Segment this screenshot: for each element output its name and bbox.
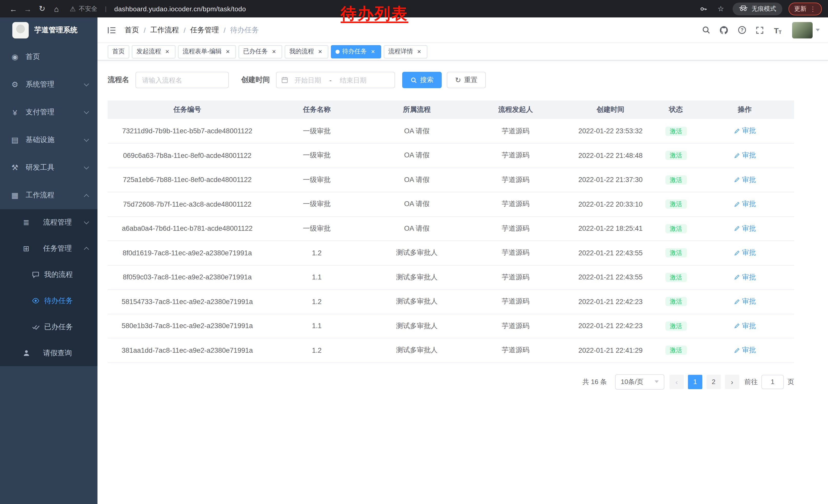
close-icon[interactable]: × [317, 48, 324, 55]
approve-link[interactable]: 审批 [733, 175, 756, 184]
sidebar-item-task-mgmt[interactable]: ⊞ 任务管理 [0, 235, 97, 262]
close-icon[interactable]: × [369, 48, 377, 55]
prev-page-button[interactable]: ‹ [669, 374, 684, 389]
sidebar-item-my-process[interactable]: 我的流程 [0, 262, 97, 288]
sidebar-item-done-task[interactable]: 已办任务 [0, 314, 97, 340]
sidebar-item-leave-query[interactable]: 请假查询 [0, 340, 97, 366]
approve-link[interactable]: 审批 [733, 346, 756, 355]
sidebar-item-label: 基础设施 [26, 135, 54, 145]
content-area: 流程名 创建时间 - 搜索 [97, 60, 828, 504]
breadcrumb-item[interactable]: 首页 [125, 26, 139, 35]
goto-page-input[interactable] [761, 374, 784, 389]
sidebar-item-label: 工作流程 [26, 191, 54, 200]
column-header-action: 操作 [695, 100, 794, 119]
back-icon[interactable]: ← [6, 4, 20, 13]
cell-action: 审批 [695, 241, 794, 265]
reset-button[interactable]: ↻ 重置 [447, 72, 486, 88]
tag-item[interactable]: 已办任务× [239, 45, 282, 58]
chevron-down-icon [655, 380, 659, 383]
sidebar-item-home[interactable]: ◉ 首页 [0, 43, 97, 71]
close-icon[interactable]: × [416, 48, 423, 55]
tag-item[interactable]: 首页 [108, 45, 129, 58]
cell-action: 审批 [695, 192, 794, 216]
bookmark-star-icon[interactable]: ☆ [715, 5, 727, 13]
sidebar-item-devtools[interactable]: ⚒ 研发工具 [0, 154, 97, 182]
approve-link[interactable]: 审批 [733, 248, 756, 258]
kebab-menu-icon[interactable]: ⋮ [810, 5, 816, 12]
breadcrumb-separator: / [224, 26, 226, 34]
help-icon[interactable]: ? [735, 23, 748, 37]
close-icon[interactable]: × [271, 48, 278, 55]
tag-item[interactable]: 待办任务× [331, 45, 381, 58]
breadcrumb-item[interactable]: 工作流程 [150, 26, 179, 35]
approve-link[interactable]: 审批 [733, 273, 756, 282]
table-row: 381aa1dd-7ac8-11ec-a9e2-a2380e71991a1.2测… [108, 338, 794, 363]
tag-item[interactable]: 我的流程× [285, 45, 328, 58]
next-page-button[interactable]: › [725, 374, 739, 389]
end-date-input[interactable] [335, 76, 372, 84]
column-header-status: 状态 [657, 100, 695, 119]
cell-create-time: 2022-01-21 22:42:23 [564, 314, 657, 338]
sidebar-item-label: 已办任务 [44, 322, 73, 331]
fullscreen-icon[interactable] [753, 23, 767, 37]
approve-link[interactable]: 审批 [733, 224, 756, 233]
forward-icon[interactable]: → [20, 4, 35, 13]
status-badge: 激活 [665, 321, 687, 331]
update-button[interactable]: 更新 ⋮ [788, 2, 822, 15]
reset-button-label: 重置 [464, 75, 478, 85]
list-icon: ≣ [22, 218, 31, 227]
column-header-process: 所属流程 [367, 100, 467, 119]
cell-process: OA 请假 [367, 168, 467, 192]
sidebar-item-workflow[interactable]: ▦ 工作流程 [0, 182, 97, 209]
top-navbar: 首页 / 工作流程 / 任务管理 / 待办任务 ? [97, 17, 828, 43]
date-range-picker[interactable]: - [276, 72, 395, 88]
home-icon[interactable]: ⌂ [49, 4, 64, 13]
cell-process: 测试多审批人 [367, 241, 467, 265]
breadcrumb-item[interactable]: 任务管理 [190, 26, 219, 35]
approve-link[interactable]: 审批 [733, 297, 756, 306]
person-icon [22, 349, 31, 357]
sidebar: 芋道管理系统 ◉ 首页 ⚙ 系统管理 ¥ 支付管理 ▤ [0, 17, 97, 504]
cell-action: 审批 [695, 314, 794, 338]
close-icon[interactable]: × [224, 48, 232, 55]
approve-link[interactable]: 审批 [733, 126, 756, 136]
sidebar-collapse-icon[interactable] [105, 23, 119, 37]
search-icon[interactable] [699, 23, 713, 37]
sidebar-item-system[interactable]: ⚙ 系统管理 [0, 71, 97, 98]
app-logo[interactable]: 芋道管理系统 [0, 17, 97, 43]
approve-link[interactable]: 审批 [733, 151, 756, 160]
cell-status: 激活 [657, 143, 695, 168]
tag-label: 发起流程 [136, 47, 161, 56]
approve-link[interactable]: 审批 [733, 321, 756, 330]
page-size-select[interactable]: 10条/页 [615, 374, 664, 390]
github-icon[interactable] [717, 23, 731, 37]
browser-toolbar: ← → ↻ ⌂ ⚠ 不安全 | dashboard.yudao.iocoder.… [0, 0, 828, 17]
address-bar[interactable]: ⚠ 不安全 | dashboard.yudao.iocoder.cn/bpm/t… [70, 4, 246, 13]
search-button[interactable]: 搜索 [402, 72, 442, 88]
start-date-input[interactable] [289, 76, 326, 84]
cell-task-id: 725a1eb6-7b88-11ec-8ef0-acde48001122 [108, 168, 267, 192]
table-header: 任务编号 任务名称 所属流程 流程发起人 创建时间 状态 操作 [108, 100, 794, 119]
sidebar-item-process-mgmt[interactable]: ≣ 流程管理 [0, 209, 97, 235]
sidebar-item-todo-task[interactable]: 待办任务 [0, 288, 97, 314]
font-size-icon[interactable]: TT [771, 23, 784, 37]
status-badge: 激活 [665, 175, 687, 185]
key-icon[interactable] [698, 5, 709, 12]
page-button-1[interactable]: 1 [688, 374, 702, 389]
tag-item[interactable]: 发起流程× [132, 45, 175, 58]
sidebar-item-infrastructure[interactable]: ▤ 基础设施 [0, 126, 97, 154]
tag-item[interactable]: 流程表单-编辑× [178, 45, 236, 58]
cell-task-name: 1.2 [267, 289, 367, 314]
page-button-2[interactable]: 2 [706, 374, 721, 389]
reload-icon[interactable]: ↻ [35, 4, 49, 13]
process-name-input[interactable] [135, 72, 229, 88]
user-avatar[interactable] [792, 22, 820, 38]
cell-create-time: 2022-01-22 23:53:32 [564, 119, 657, 143]
tag-label: 待办任务 [342, 47, 367, 56]
filter-form: 流程名 创建时间 - 搜索 [108, 72, 794, 88]
close-icon[interactable]: × [164, 48, 171, 55]
warning-icon: ⚠ [70, 5, 76, 12]
approve-link[interactable]: 审批 [733, 199, 756, 209]
sidebar-item-payment[interactable]: ¥ 支付管理 [0, 98, 97, 126]
tag-item[interactable]: 流程详情× [384, 45, 427, 58]
